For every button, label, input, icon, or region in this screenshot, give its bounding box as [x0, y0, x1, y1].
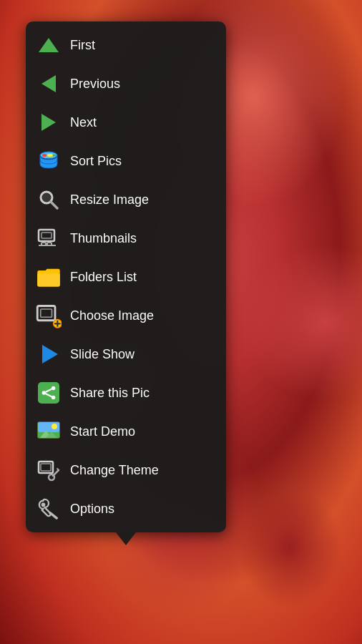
svg-line-7: [51, 202, 57, 208]
folder-icon: [36, 264, 62, 290]
svg-rect-30: [41, 464, 51, 471]
svg-point-3: [47, 154, 53, 157]
svg-point-20: [52, 396, 56, 400]
context-menu: First Previous Next Sort Pic: [26, 21, 226, 532]
menu-item-previous[interactable]: Previous: [26, 64, 226, 103]
svg-point-19: [42, 391, 47, 395]
svg-line-33: [57, 469, 59, 470]
svg-point-2: [42, 154, 47, 157]
menu-label-options: Options: [70, 502, 114, 517]
menu-item-sort-pics[interactable]: Sort Pics: [26, 142, 226, 180]
menu-label-change-theme: Change Theme: [70, 463, 159, 478]
menu-label-start-demo: Start Demo: [70, 424, 135, 439]
arrow-left-icon: [36, 71, 62, 97]
menu-item-next[interactable]: Next: [26, 103, 226, 142]
choose-icon: [36, 303, 62, 328]
menu-label-sort-pics: Sort Pics: [70, 154, 122, 169]
svg-point-26: [52, 424, 57, 429]
menu-label-folders-list: Folders List: [70, 270, 137, 285]
database-icon: [36, 148, 62, 174]
svg-line-21: [46, 389, 52, 392]
play-icon: [36, 341, 62, 367]
menu-item-choose-image[interactable]: Choose Image: [26, 296, 226, 335]
arrow-right-icon: [36, 109, 62, 135]
menu-item-first[interactable]: First: [26, 26, 226, 64]
menu-item-start-demo[interactable]: Start Demo: [26, 412, 226, 451]
menu-label-resize-image: Resize Image: [70, 192, 149, 208]
menu-item-slide-show[interactable]: Slide Show: [26, 335, 226, 374]
svg-rect-9: [41, 233, 52, 238]
demo-icon: [36, 419, 62, 444]
wrench-icon: [36, 496, 62, 522]
svg-point-6: [42, 193, 51, 202]
svg-point-34: [41, 503, 46, 507]
menu-item-thumbnails[interactable]: Thumbnails: [26, 219, 226, 258]
thumbnails-icon: [36, 225, 62, 251]
menu-label-thumbnails: Thumbnails: [70, 231, 137, 246]
menu-label-first: First: [70, 38, 95, 53]
menu-item-options[interactable]: Options: [26, 489, 226, 528]
menu-label-share-this-pic: Share this Pic: [70, 386, 150, 401]
menu-item-resize-image[interactable]: Resize Image: [26, 180, 226, 219]
svg-point-18: [52, 386, 56, 391]
svg-point-32: [49, 474, 54, 480]
theme-icon: [36, 457, 62, 483]
magnifier-icon: [36, 187, 62, 213]
share-icon: [36, 380, 62, 406]
arrow-up-icon: [36, 32, 62, 58]
menu-item-change-theme[interactable]: Change Theme: [26, 451, 226, 489]
menu-label-next: Next: [70, 115, 97, 130]
menu-label-choose-image: Choose Image: [70, 308, 154, 323]
svg-rect-14: [41, 309, 52, 317]
menu-label-previous: Previous: [70, 77, 120, 92]
svg-point-4: [53, 155, 57, 157]
svg-line-22: [46, 394, 52, 396]
menu-item-folders-list[interactable]: Folders List: [26, 258, 226, 296]
menu-item-share-this-pic[interactable]: Share this Pic: [26, 374, 226, 412]
menu-label-slide-show: Slide Show: [70, 347, 134, 362]
